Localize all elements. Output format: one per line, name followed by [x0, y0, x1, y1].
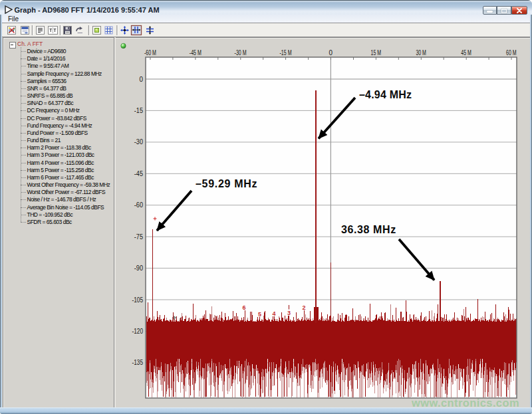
svg-text:45 M: 45 M — [461, 49, 471, 56]
svg-text:5: 5 — [258, 311, 261, 318]
svg-text:–59.29 MHz: –59.29 MHz — [196, 178, 257, 189]
svg-text:www.cntronics.com: www.cntronics.com — [411, 397, 519, 409]
svg-text:0: 0 — [329, 49, 333, 56]
svg-text:0: 0 — [140, 76, 144, 83]
svg-text:3: 3 — [287, 310, 291, 316]
svg-text:-120: -120 — [132, 328, 143, 335]
svg-text:6: 6 — [242, 304, 245, 311]
svg-text:-60: -60 — [134, 201, 144, 209]
svg-text:-30 M: -30 M — [235, 49, 247, 56]
svg-text:-60 M: -60 M — [144, 49, 156, 56]
svg-text:60 M: 60 M — [506, 49, 517, 56]
svg-text:-90: -90 — [134, 264, 144, 272]
svg-text:–4.94 MHz: –4.94 MHz — [359, 89, 412, 100]
svg-text:30 M: 30 M — [416, 49, 426, 56]
svg-text:-105: -105 — [132, 296, 143, 304]
svg-text:-135: -135 — [132, 359, 143, 366]
svg-text:-15 M: -15 M — [280, 49, 292, 56]
svg-text:-30: -30 — [134, 138, 144, 146]
svg-text:-45: -45 — [134, 170, 144, 177]
svg-text:-45 M: -45 M — [190, 49, 201, 56]
svg-text:36.38 MHz: 36.38 MHz — [341, 224, 396, 235]
svg-text:2: 2 — [302, 304, 305, 311]
svg-text:4: 4 — [272, 310, 275, 317]
svg-text:15 M: 15 M — [371, 49, 382, 56]
svg-text:-75: -75 — [134, 233, 144, 241]
svg-text:-15: -15 — [134, 107, 144, 114]
